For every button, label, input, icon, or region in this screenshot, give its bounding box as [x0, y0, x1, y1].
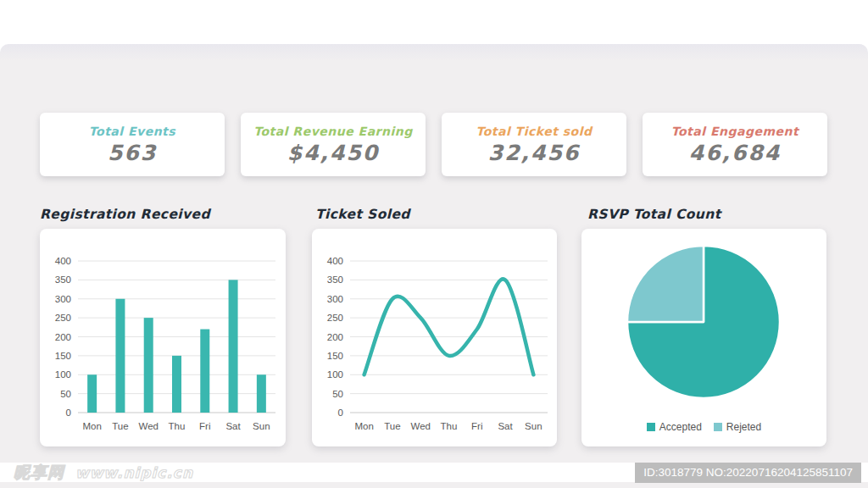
tickets-line-chart: 050100150200250300350400MonTueWedThuFriS… — [312, 229, 557, 446]
svg-text:Sat: Sat — [498, 421, 513, 431]
dashboard-screen: Total Events 563 Total Revenue Earning $… — [0, 0, 868, 488]
stat-value: $4,450 — [241, 141, 426, 165]
watermark-bar: 昵享网 www.nipic.cn ID:3018779 NO:202207162… — [0, 463, 868, 482]
chart-title-rsvp: RSVP Total Count — [587, 207, 721, 222]
svg-text:250: 250 — [327, 313, 343, 323]
svg-text:150: 150 — [55, 351, 71, 361]
bar-chart-card: 050100150200250300350400MonTueWedThuFriS… — [40, 229, 286, 446]
svg-text:350: 350 — [55, 274, 71, 285]
svg-text:0: 0 — [338, 408, 343, 418]
stat-value: 563 — [40, 141, 225, 165]
stat-value: 46,684 — [643, 141, 827, 165]
svg-text:Tue: Tue — [384, 421, 400, 431]
chart-title-registration: Registration Received — [40, 207, 210, 222]
svg-text:Sun: Sun — [253, 421, 270, 431]
svg-text:Wed: Wed — [410, 421, 430, 431]
accepted-swatch-icon — [647, 423, 655, 431]
svg-text:150: 150 — [327, 351, 343, 361]
stat-label: Total Engagement — [643, 125, 827, 138]
legend-item-accepted[interactable]: Accepted — [647, 421, 702, 433]
site-logo: 昵享网 — [14, 463, 64, 481]
svg-text:Wed: Wed — [138, 421, 158, 431]
svg-text:0: 0 — [66, 408, 71, 418]
image-id-badge: ID:3018779 NO:20220716204125851107 — [635, 463, 861, 483]
svg-text:250: 250 — [55, 313, 71, 323]
legend-item-rejected[interactable]: Rejeted — [714, 421, 761, 433]
pie-chart-card: Accepted Rejeted — [581, 229, 826, 446]
svg-text:Sun: Sun — [525, 421, 542, 431]
site-url: www.nipic.cn — [75, 464, 193, 481]
svg-text:350: 350 — [327, 274, 343, 285]
stat-value: 32,456 — [442, 141, 626, 165]
line-chart-card: 050100150200250300350400MonTueWedThuFriS… — [312, 229, 557, 446]
stat-label: Total Events — [40, 125, 225, 138]
svg-text:Fri: Fri — [199, 421, 210, 431]
svg-text:Tue: Tue — [112, 421, 128, 431]
stat-card-total-events: Total Events 563 — [40, 113, 225, 176]
svg-text:200: 200 — [55, 332, 71, 342]
legend-label: Rejeted — [726, 421, 761, 433]
rsvp-pie-chart — [581, 229, 826, 407]
stat-card-total-engagement: Total Engagement 46,684 — [643, 113, 827, 176]
registration-bar-chart: 050100150200250300350400MonTueWedThuFriS… — [40, 229, 286, 446]
svg-text:Fri: Fri — [471, 421, 482, 431]
rejected-swatch-icon — [714, 423, 722, 431]
svg-text:400: 400 — [327, 256, 343, 266]
svg-text:400: 400 — [55, 256, 71, 266]
svg-text:Mon: Mon — [354, 421, 373, 431]
svg-text:300: 300 — [327, 294, 343, 304]
svg-text:100: 100 — [327, 369, 343, 380]
svg-text:Mon: Mon — [82, 421, 101, 431]
pie-legend: Accepted Rejeted — [581, 421, 826, 433]
svg-text:Sat: Sat — [225, 421, 241, 431]
svg-text:300: 300 — [55, 294, 71, 304]
legend-label: Accepted — [659, 421, 702, 433]
svg-text:50: 50 — [60, 389, 71, 399]
stat-label: Total Revenue Earning — [241, 125, 426, 138]
svg-text:Thu: Thu — [441, 421, 458, 431]
chart-title-tickets: Ticket Soled — [315, 207, 410, 222]
stat-card-total-tickets: Total Ticket sold 32,456 — [442, 113, 626, 176]
stat-label: Total Ticket sold — [442, 125, 626, 138]
svg-text:200: 200 — [327, 332, 343, 342]
svg-text:50: 50 — [332, 389, 343, 399]
svg-text:Thu: Thu — [169, 421, 186, 431]
watermark-text: 昵享网 www.nipic.cn — [14, 462, 193, 484]
svg-text:100: 100 — [55, 369, 71, 380]
stat-card-total-revenue: Total Revenue Earning $4,450 — [241, 113, 426, 176]
